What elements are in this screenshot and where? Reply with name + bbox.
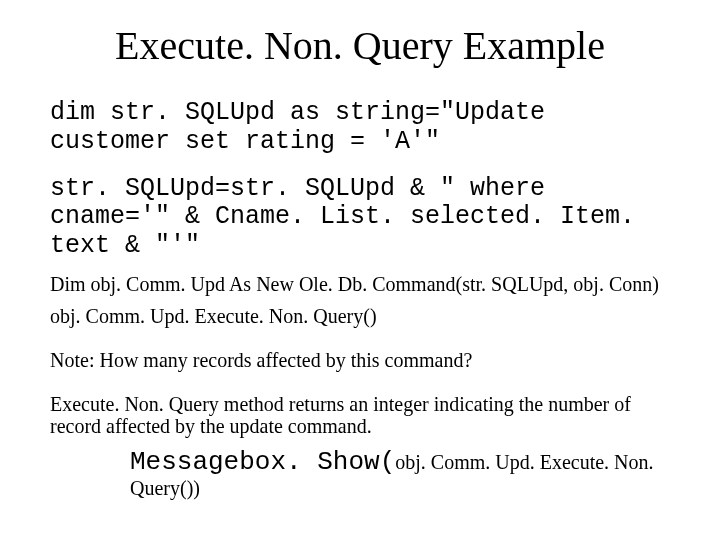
messagebox-line: Messagebox. Show(obj. Comm. Upd. Execute… (130, 447, 670, 500)
line-execute: obj. Comm. Upd. Execute. Non. Query() (50, 305, 670, 327)
note-question: Note: How many records affected by this … (50, 349, 670, 371)
line-dim-command: Dim obj. Comm. Upd As New Ole. Db. Comma… (50, 273, 670, 295)
explanation: Execute. Non. Query method returns an in… (50, 393, 670, 437)
messagebox-call: Messagebox. Show( (130, 447, 395, 477)
code-block-2: str. SQLUpd=str. SQLUpd & " where cname=… (50, 175, 670, 261)
slide-title: Execute. Non. Query Example (50, 22, 670, 69)
code-block-1: dim str. SQLUpd as string="Update custom… (50, 99, 670, 157)
slide: Execute. Non. Query Example dim str. SQL… (0, 0, 720, 540)
